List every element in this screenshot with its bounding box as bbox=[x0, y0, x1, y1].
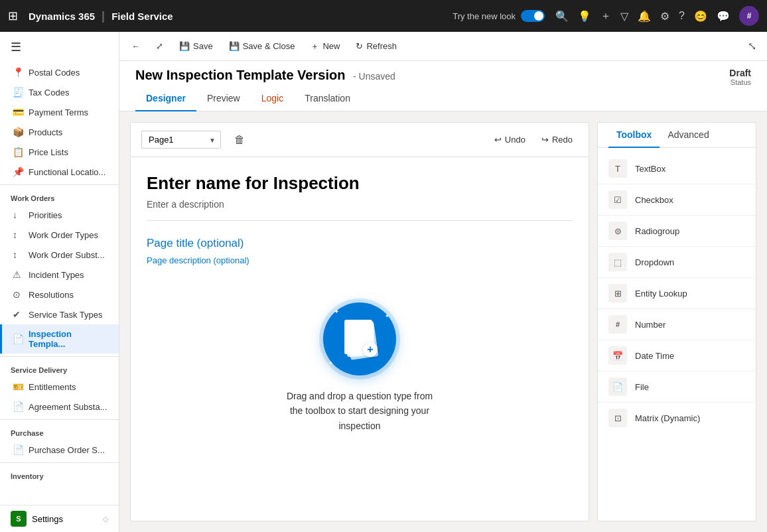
settings-item[interactable]: S Settings ◇ bbox=[0, 505, 119, 532]
settings-chevron-icon: ◇ bbox=[103, 515, 108, 523]
tab-preview[interactable]: Preview bbox=[196, 86, 251, 111]
sidebar-label-functional-locations: Functional Locatio... bbox=[29, 167, 105, 177]
toolbox-item-dropdown[interactable]: ⬚ Dropdown bbox=[598, 247, 756, 278]
back-button[interactable]: ← bbox=[125, 38, 147, 54]
toolbox-item-number[interactable]: # Number bbox=[598, 309, 756, 340]
sidebar-item-service-task-types[interactable]: ✔ Service Task Types bbox=[0, 304, 119, 324]
add-icon[interactable]: ＋ bbox=[600, 9, 611, 23]
chat-icon[interactable]: 💬 bbox=[717, 10, 730, 23]
status-value: Draft bbox=[729, 68, 751, 78]
entity-lookup-label: Entity Lookup bbox=[635, 289, 687, 299]
toolbox-tab-toolbox[interactable]: Toolbox bbox=[608, 123, 660, 148]
tab-designer[interactable]: Designer bbox=[135, 86, 196, 111]
sidebar-label-resolutions: Resolutions bbox=[29, 290, 74, 300]
entity-lookup-icon: ⊞ bbox=[608, 284, 627, 302]
sidebar-item-functional-locations[interactable]: 📌 Functional Locatio... bbox=[0, 162, 119, 182]
sidebar-menu-button[interactable]: ☰ bbox=[0, 32, 119, 62]
topbar: ⊞ Dynamics 365 | Field Service Try the n… bbox=[0, 0, 767, 32]
inspection-title-placeholder[interactable]: Enter name for Inspection bbox=[147, 173, 573, 194]
tab-translation[interactable]: Translation bbox=[294, 86, 361, 111]
sidebar-item-incident-types[interactable]: ⚠ Incident Types bbox=[0, 265, 119, 285]
file-label: File bbox=[635, 382, 649, 392]
refresh-icon: ↻ bbox=[356, 41, 363, 51]
sidebar-item-entitlements[interactable]: 🎫 Entitlements bbox=[0, 377, 119, 397]
functional-locations-icon: 📌 bbox=[13, 166, 23, 177]
sidebar-divider-2 bbox=[0, 356, 119, 357]
sidebar-item-inspection-templates[interactable]: 📄 Inspection Templa... bbox=[0, 324, 119, 354]
sidebar: ☰ 📍 Postal Codes 🧾 Tax Codes 💳 Payment T… bbox=[0, 32, 119, 532]
filter-icon[interactable]: ▽ bbox=[620, 10, 628, 23]
drop-zone: ✦ ✦ ✦ + bbox=[147, 281, 573, 454]
apps-icon[interactable]: ⊞ bbox=[8, 9, 18, 23]
save-button[interactable]: 💾 Save bbox=[173, 38, 220, 54]
checkbox-label: Checkbox bbox=[635, 195, 673, 205]
drop-zone-icon: ✦ ✦ ✦ + bbox=[323, 302, 396, 375]
sidebar-label-tax-codes: Tax Codes bbox=[29, 88, 69, 98]
priorities-icon: ↓ bbox=[13, 210, 23, 220]
new-look-label: Try the new look bbox=[453, 11, 516, 21]
toolbox-item-file[interactable]: 📄 File bbox=[598, 371, 756, 403]
save-close-button[interactable]: 💾 Save & Close bbox=[222, 38, 302, 54]
sidebar-label-service-task-types: Service Task Types bbox=[29, 310, 103, 320]
avatar[interactable]: # bbox=[739, 6, 759, 26]
toolbox-item-entity-lookup[interactable]: ⊞ Entity Lookup bbox=[598, 278, 756, 309]
sidebar-item-products[interactable]: 📦 Products bbox=[0, 122, 119, 142]
bell-icon[interactable]: 🔔 bbox=[638, 10, 651, 23]
price-lists-icon: 📋 bbox=[13, 147, 23, 157]
sidebar-item-resolutions[interactable]: ⊙ Resolutions bbox=[0, 285, 119, 304]
new-look-toggle[interactable] bbox=[521, 10, 545, 22]
tab-logic[interactable]: Logic bbox=[251, 86, 294, 111]
sidebar-label-priorities: Priorities bbox=[29, 210, 62, 220]
page-title-placeholder[interactable]: Page title (optional) bbox=[147, 237, 573, 250]
sidebar-item-work-order-types[interactable]: ↕ Work Order Types bbox=[0, 225, 119, 245]
delete-page-button[interactable]: 🗑 bbox=[229, 131, 250, 149]
sidebar-item-postal-codes[interactable]: 📍 Postal Codes bbox=[0, 62, 119, 82]
toolbox-tabs: Toolbox Advanced bbox=[598, 123, 756, 148]
main-content: ← ⤢ 💾 Save 💾 Save & Close ＋ New ↻ Refres… bbox=[119, 32, 767, 532]
toolbox-tab-advanced[interactable]: Advanced bbox=[660, 123, 717, 148]
toolbox-item-matrix[interactable]: ⊡ Matrix (Dynamic) bbox=[598, 403, 756, 433]
inspection-desc-placeholder[interactable]: Enter a description bbox=[147, 199, 573, 221]
sidebar-item-agreement-subst[interactable]: 📄 Agreement Substa... bbox=[0, 397, 119, 417]
search-icon[interactable]: 🔍 bbox=[555, 10, 569, 23]
sidebar-label-work-order-types: Work Order Types bbox=[29, 230, 98, 240]
layout: ☰ 📍 Postal Codes 🧾 Tax Codes 💳 Payment T… bbox=[0, 32, 767, 532]
undo-button[interactable]: ↩ Undo bbox=[489, 132, 531, 147]
sparkle-1: ✦ bbox=[334, 308, 339, 315]
drop-zone-text: Drag and drop a question type from the t… bbox=[287, 389, 433, 433]
work-order-subst-icon: ↕ bbox=[13, 249, 23, 260]
sidebar-item-tax-codes[interactable]: 🧾 Tax Codes bbox=[0, 82, 119, 102]
sidebar-label-entitlements: Entitlements bbox=[29, 382, 76, 392]
sidebar-label-agreement-subst: Agreement Substa... bbox=[29, 402, 107, 412]
toolbox-item-datetime[interactable]: 📅 Date Time bbox=[598, 340, 756, 371]
refresh-button[interactable]: ↻ Refresh bbox=[349, 38, 403, 54]
file-icon: 📄 bbox=[608, 377, 627, 396]
new-label: New bbox=[322, 41, 340, 51]
expand-button[interactable]: ⤢ bbox=[149, 38, 170, 54]
work-orders-section-label: Work Orders bbox=[0, 188, 119, 205]
toolbox-item-textbox[interactable]: T TextBox bbox=[598, 153, 756, 184]
page-select-wrapper: Page1 bbox=[141, 131, 221, 149]
agreement-subst-icon: 📄 bbox=[13, 401, 23, 412]
lightbulb-icon[interactable]: 💡 bbox=[578, 10, 591, 23]
sparkle-2: ✦ bbox=[385, 313, 389, 319]
new-icon: ＋ bbox=[311, 40, 319, 52]
gear-icon[interactable]: ⚙ bbox=[660, 10, 669, 23]
sidebar-item-price-lists[interactable]: 📋 Price Lists bbox=[0, 142, 119, 162]
sidebar-item-priorities[interactable]: ↓ Priorities bbox=[0, 205, 119, 225]
matrix-icon: ⊡ bbox=[608, 409, 627, 427]
redo-button[interactable]: ↪ Redo bbox=[536, 132, 578, 147]
sidebar-item-purchase-order-s[interactable]: 📄 Purchase Order S... bbox=[0, 440, 119, 460]
page-desc-placeholder[interactable]: Page description (optional) bbox=[147, 255, 573, 265]
sidebar-item-work-order-subst[interactable]: ↕ Work Order Subst... bbox=[0, 245, 119, 265]
help-icon[interactable]: ? bbox=[679, 10, 685, 22]
new-look-toggle-area: Try the new look bbox=[453, 10, 545, 22]
page-select[interactable]: Page1 bbox=[141, 131, 221, 149]
expand-right-icon[interactable]: ⤡ bbox=[742, 36, 762, 56]
sidebar-item-payment-terms[interactable]: 💳 Payment Terms bbox=[0, 102, 119, 122]
toolbox-item-checkbox[interactable]: ☑ Checkbox bbox=[598, 184, 756, 216]
face-icon[interactable]: 😊 bbox=[694, 10, 707, 23]
toolbox-item-radiogroup[interactable]: ⊜ Radiogroup bbox=[598, 216, 756, 247]
save-label: Save bbox=[193, 41, 213, 51]
new-button[interactable]: ＋ New bbox=[304, 37, 346, 56]
